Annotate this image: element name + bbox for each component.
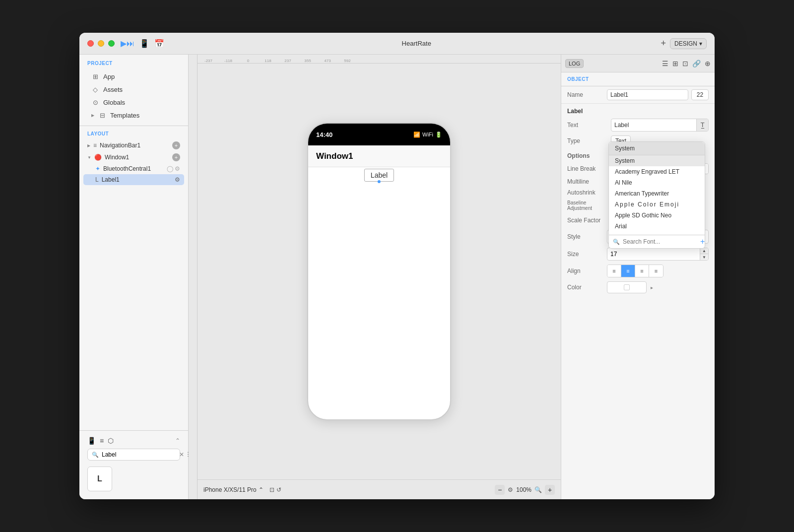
layout-item-window1[interactable]: ▼ 🔴 Window1 + (83, 151, 184, 163)
link-icon[interactable]: 🔗 (692, 60, 701, 67)
traffic-lights (87, 40, 115, 47)
project-label: PROJECT (87, 61, 180, 66)
device-icon[interactable]: 📱 (139, 39, 149, 48)
navbar1-label: NavigationBar1 (100, 142, 140, 149)
titlebar-center: HeartRate (172, 40, 661, 47)
add-navbar-button[interactable]: + (172, 141, 180, 149)
object-label: OBJECT (567, 76, 709, 82)
autoshrink-label: Autoshrink (567, 189, 607, 196)
font-item-american-typewriter[interactable]: American Typewriter (609, 188, 705, 199)
font-item-arial[interactable]: Arial (609, 221, 705, 232)
log-button[interactable]: LOG (565, 59, 584, 68)
label-element[interactable]: Label (364, 169, 394, 182)
zoom-settings-icon[interactable]: ⚙ (508, 486, 513, 493)
triangle-icon: ▶ (91, 113, 94, 118)
component-toolbar: 📱 ≡ ⬡ ⌃ (83, 435, 184, 447)
sidebar: PROJECT ⊞ App ◇ Assets ⊙ Globals ▶ ⊟ Tem… (79, 55, 189, 499)
window-title: Window1 (316, 151, 353, 161)
fullscreen-button[interactable] (108, 40, 115, 47)
layout-item-navbar1[interactable]: ▶ ≡ NavigationBar1 + (83, 139, 184, 151)
rotate-icon[interactable]: ↺ (276, 486, 281, 493)
font-item-apple-sd-gothic[interactable]: Apple SD Gothic Neo (609, 210, 705, 221)
color-arrow-button[interactable]: ▸ (647, 282, 657, 292)
size-decrement-button[interactable]: ▼ (700, 254, 708, 260)
bt-controls: ◯ ⚙ (167, 165, 180, 172)
align-justify-button[interactable]: ≡ (649, 265, 663, 277)
type-label: Type (567, 137, 607, 144)
layout-tree: ▶ ≡ NavigationBar1 + ▼ 🔴 Window1 + ✦ Blu… (79, 139, 188, 185)
expand-icon[interactable]: ⌃ (175, 437, 180, 444)
search-input[interactable] (102, 451, 176, 458)
play-button[interactable]: ▶⏭ (121, 39, 134, 48)
close-button[interactable] (87, 40, 94, 47)
size-increment-button[interactable]: ▲ (700, 248, 708, 254)
bluetooth-label: BluetoothCentral1 (103, 165, 151, 172)
name-input[interactable] (607, 89, 688, 100)
add-window-button[interactable]: + (172, 153, 180, 161)
phone-content: Label (308, 167, 450, 183)
align-center-button[interactable]: ≡ (621, 265, 635, 277)
zoom-out-button[interactable]: − (495, 485, 505, 495)
phone-frame: 14:40 📶 WiFi 🔋 Window1 Label (307, 123, 451, 420)
font-search-input[interactable] (623, 238, 697, 245)
font-item-system[interactable]: System (609, 155, 705, 166)
frame-icon[interactable]: ⊞ (672, 60, 678, 67)
canvas-area[interactable]: 14:40 📶 WiFi 🔋 Window1 Label (198, 64, 561, 479)
sidebar-item-templates[interactable]: ▶ ⊟ Templates (87, 109, 180, 122)
canvas: -237 -118 0 118 237 355 473 592 14:40 (189, 55, 561, 499)
align-right-button[interactable]: ≡ (635, 265, 649, 277)
fit-icon[interactable]: ⊡ (269, 486, 274, 493)
window-icon: 🔴 (94, 154, 102, 161)
ruler-marks: -237 -118 0 118 237 355 473 592 (198, 55, 357, 63)
layout-item-label1[interactable]: L Label1 ⚙ (83, 174, 184, 185)
shield-icon[interactable]: ⊡ (682, 60, 688, 67)
minimize-button[interactable] (98, 40, 104, 47)
style-label: Style (567, 233, 607, 240)
panel-icons: ☰ ⊞ ⊡ 🔗 ⊕ (662, 60, 711, 67)
text-format-button[interactable]: T̲ (696, 119, 708, 131)
component-device-icon[interactable]: 📱 (87, 437, 96, 445)
font-item-al-nile[interactable]: Al Nile (609, 177, 705, 188)
zoom-search-icon[interactable]: 🔍 (534, 486, 542, 493)
ruler-left (189, 55, 198, 499)
text-prop-row: Text T̲ (561, 117, 715, 133)
status-time: 14:40 (316, 131, 332, 138)
design-dropdown[interactable]: DESIGN ▾ (670, 38, 707, 49)
label-settings-icon[interactable]: ⚙ (175, 176, 180, 183)
color-swatch[interactable] (607, 281, 647, 293)
clear-search-button[interactable]: ✕ (179, 451, 184, 458)
device-selector[interactable]: iPhone X/XS/11 Pro ⌃ ⊡ ↺ (203, 486, 281, 493)
color-dot (624, 284, 630, 290)
list-icon[interactable]: ☰ (662, 60, 668, 67)
label-component-icon: L (97, 474, 102, 483)
component-list-icon[interactable]: ≡ (100, 437, 104, 445)
color-row: Color ▸ (561, 279, 715, 295)
phone-status-bar: 14:40 📶 WiFi 🔋 (308, 124, 450, 145)
align-left-button[interactable]: ≡ (607, 265, 621, 277)
layout-item-bluetooth[interactable]: ✦ BluetoothCentral1 ◯ ⚙ (83, 163, 184, 174)
name-number: 22 (691, 89, 709, 100)
scale-factor-label: Scale Factor (567, 217, 607, 224)
app-label: App (103, 73, 115, 80)
sidebar-item-assets[interactable]: ◇ Assets (87, 83, 180, 96)
object-section-header: OBJECT (561, 72, 715, 86)
expand-icon: ▼ (87, 155, 91, 160)
templates-label: Templates (110, 112, 139, 119)
share-icon[interactable]: ⊕ (705, 60, 711, 67)
calendar-icon[interactable]: 📅 (154, 39, 164, 48)
font-item-academy[interactable]: Academy Engraved LET (609, 166, 705, 177)
component-search-bar: 🔍 ✕ ☰ (87, 449, 180, 461)
size-input[interactable] (607, 249, 700, 259)
add-font-button[interactable]: + (700, 237, 705, 246)
globals-label: Globals (103, 99, 125, 106)
label-component[interactable]: L (87, 466, 112, 491)
app-icon: ⊞ (91, 72, 99, 80)
component-shape-icon[interactable]: ⬡ (108, 437, 114, 445)
zoom-in-button[interactable]: + (545, 485, 555, 495)
sidebar-item-app[interactable]: ⊞ App (87, 70, 180, 83)
text-input[interactable] (611, 120, 696, 130)
add-button[interactable]: + (661, 38, 666, 49)
sidebar-item-globals[interactable]: ⊙ Globals (87, 96, 180, 109)
font-item-apple-color-emoji[interactable]: Apple Color Emoji (609, 199, 705, 210)
search-icon: 🔍 (92, 452, 99, 458)
